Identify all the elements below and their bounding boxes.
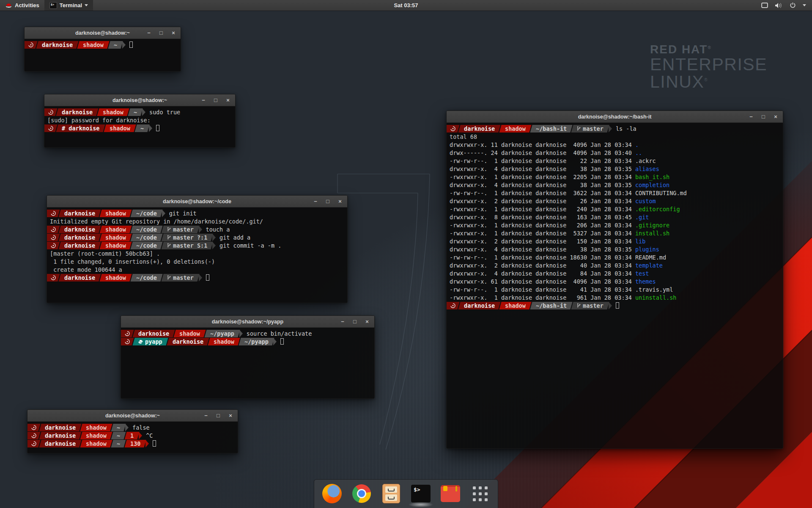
prompt-segment-label: darknoise (138, 330, 169, 337)
window-titlebar[interactable]: darknoise@shadow:~−□× (25, 27, 181, 39)
prompt-segment-content: 1 (130, 432, 134, 439)
terminal-window[interactable]: darknoise@shadow:~/pyapp−□×darknoiseshad… (121, 315, 375, 399)
minimize-button[interactable]: − (340, 319, 346, 324)
terminal-window[interactable]: darknoise@shadow:~/code−□×darknoiseshado… (47, 195, 348, 303)
prompt-segment-content: shadow (505, 125, 526, 132)
file-list-row: drwxrwxr-x. 4 darknoise darknoise 84 Jan… (450, 269, 780, 277)
close-button[interactable]: × (773, 114, 779, 119)
prompt-line: darknoiseshadow~ (27, 41, 178, 49)
prompt-segment-label: shadow (86, 440, 107, 447)
file-list-row: -rwxrwxr-x. 1 darknoise darknoise 2205 J… (450, 173, 780, 181)
prompt-segment-label: # darknoise (62, 125, 99, 132)
file-list-row: drwxrwxr-x. 4 darknoise darknoise 38 Jan… (450, 245, 780, 253)
minimize-button[interactable]: − (748, 114, 754, 119)
powerline-prompt: darknoiseshadow~ (25, 41, 126, 49)
prompt-segment-user: darknoise (56, 108, 98, 116)
prompt-line: darknoiseshadow~1^C (30, 431, 235, 439)
files-icon (382, 484, 400, 503)
terminal-content[interactable]: darknoiseshadow~sudo true[sudo] password… (44, 106, 235, 147)
chrome-icon (352, 484, 371, 503)
prompt-arrow-cap (122, 41, 126, 49)
maximize-button[interactable]: □ (352, 319, 358, 324)
powerline-prompt: darknoiseshadow~ (27, 424, 129, 431)
window-titlebar[interactable]: darknoise@shadow:~−□× (44, 94, 235, 106)
prompt-segment-content: darknoise (64, 242, 95, 249)
minimize-button[interactable]: − (200, 97, 206, 103)
prompt-segment-label: darknoise (64, 242, 95, 249)
prompt-line: darknoiseshadow~/pyappsource bin/activat… (124, 329, 371, 337)
prompt-segment-label: darknoise (64, 274, 95, 281)
prompt-segment-venv: pyapp (132, 338, 168, 345)
terminal-window[interactable]: darknoise@shadow:~−□×darknoiseshadow~fal… (27, 409, 238, 453)
minimize-button[interactable]: − (313, 199, 318, 204)
file-name: .travis.yml (635, 286, 673, 293)
dock-item-files[interactable] (381, 483, 401, 504)
powerline-prompt: darknoiseshadow~/code (47, 210, 165, 217)
prompt-segment-icon (44, 108, 58, 116)
prompt-segment-label: shadow (505, 125, 526, 132)
system-menu-caret-icon[interactable] (803, 4, 806, 6)
prompt-segment-content: shadow (179, 330, 200, 337)
file-list-row: -rw-rw-r--. 1 darknoise darknoise 22 Jan… (450, 157, 780, 165)
dock-item-firefox[interactable] (322, 483, 342, 504)
dock-item-show-apps[interactable] (470, 483, 490, 504)
window-titlebar[interactable]: darknoise@shadow:~/pyapp−□× (121, 316, 374, 328)
close-button[interactable]: × (337, 199, 343, 204)
file-meta: drwxrwxr-x. 4 darknoise darknoise 84 Jan… (450, 270, 635, 277)
minimize-button[interactable]: − (146, 30, 152, 36)
volume-icon[interactable] (775, 3, 783, 8)
prompt-line: darknoiseshadow~130 (30, 439, 235, 447)
prompt-segment-content: darknoise (45, 432, 76, 439)
prompt-segment-path: ~/code (130, 210, 162, 217)
prompt-segment-git: master (161, 274, 199, 282)
maximize-button[interactable]: □ (760, 114, 766, 119)
close-button[interactable]: × (225, 97, 231, 103)
prompt-segment-content: ~/code (136, 242, 157, 249)
clock[interactable]: Sat 03:57 (390, 0, 422, 11)
prompt-segment-path: ~/bash-it (530, 302, 572, 309)
prompt-segment-content: master S:1 (167, 242, 207, 249)
close-button[interactable]: × (364, 319, 370, 324)
terminal-window[interactable]: darknoise@shadow:~−□×darknoiseshadow~ (24, 27, 181, 72)
close-button[interactable]: × (228, 413, 233, 418)
app-menu-terminal[interactable]: $> Terminal (44, 0, 93, 11)
maximize-button[interactable]: □ (158, 30, 164, 36)
git-branch-icon (577, 303, 581, 308)
prompt-segment-content: darknoise (45, 440, 76, 447)
maximize-button[interactable]: □ (325, 199, 331, 204)
close-button[interactable]: × (170, 30, 176, 36)
terminal-content[interactable]: darknoiseshadow~/bash-itmasterls -latota… (447, 123, 783, 448)
distro-icon (31, 425, 36, 430)
prompt-segment-icon (27, 440, 41, 447)
dock-item-terminal[interactable]: $> (411, 483, 431, 504)
screen-icon[interactable] (761, 3, 768, 8)
terminal-content[interactable]: darknoiseshadow~/pyappsource bin/activat… (121, 328, 374, 398)
prompt-segment-icon (47, 242, 60, 249)
window-titlebar[interactable]: darknoise@shadow:~/code−□× (47, 196, 347, 207)
prompt-segment-host: shadow (499, 125, 532, 133)
file-list-row: drwx------. 24 darknoise darknoise 4096 … (450, 149, 780, 157)
prompt-segment-content: ~/code (136, 210, 157, 217)
prompt-segment-content: ~ (117, 440, 120, 447)
dock-item-chrome[interactable] (351, 483, 372, 504)
terminal-content[interactable]: darknoiseshadow~falsedarknoiseshadow~1^C… (27, 422, 238, 453)
terminal-content[interactable]: darknoiseshadow~/codegit initInitialized… (47, 207, 347, 303)
prompt-segment-host: shadow (97, 108, 129, 116)
distro-icon (51, 243, 56, 248)
prompt-segment-label: darknoise (45, 432, 76, 439)
maximize-button[interactable]: □ (213, 97, 219, 103)
maximize-button[interactable]: □ (215, 413, 221, 418)
minimize-button[interactable]: − (203, 413, 209, 418)
window-titlebar[interactable]: darknoise@shadow:~/bash-it−□× (447, 111, 783, 123)
terminal-window[interactable]: darknoise@shadow:~/bash-it−□×darknoisesh… (446, 110, 783, 449)
prompt-segment-content: darknoise (173, 338, 203, 345)
terminal-window[interactable]: darknoise@shadow:~−□×darknoiseshadow~sud… (44, 94, 236, 148)
show-apps-icon (473, 486, 488, 501)
activities-button[interactable]: Activities (0, 0, 44, 11)
dock-item-toolbox[interactable] (440, 483, 461, 504)
power-icon[interactable] (790, 2, 796, 8)
prompt-segment-label: ~/bash-it (536, 125, 567, 132)
window-titlebar[interactable]: darknoise@shadow:~−□× (27, 410, 238, 422)
prompt-segment-label: ~/code (136, 242, 157, 249)
terminal-content[interactable]: darknoiseshadow~ (25, 39, 181, 71)
